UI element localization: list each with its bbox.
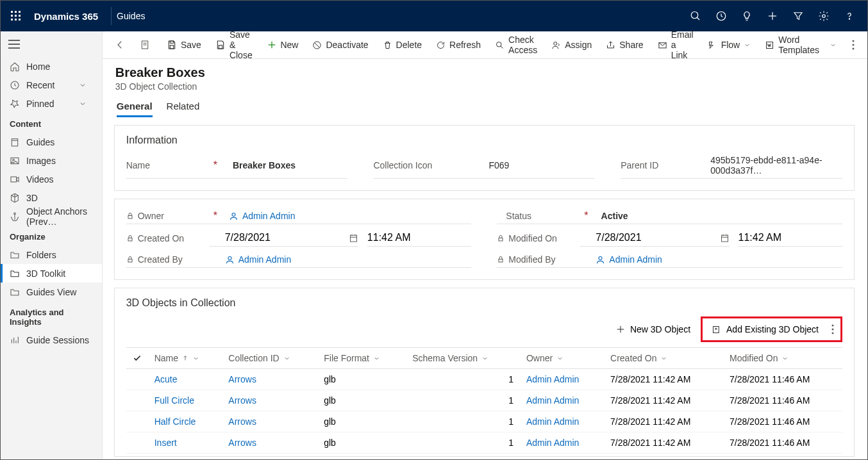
parent-id-value[interactable]: 495b5179-ebdd-e811-a94e-000d3a37f… [678, 152, 842, 178]
col-name[interactable]: Name [148, 348, 222, 369]
refresh-button[interactable]: Refresh [430, 35, 487, 55]
select-all-checkbox[interactable] [126, 348, 148, 369]
nav-recent[interactable]: Recent [1, 76, 102, 94]
nav-images[interactable]: Images [1, 151, 102, 170]
check-access-button[interactable]: Check Access [488, 35, 544, 55]
svg-rect-48 [128, 216, 132, 219]
divider [111, 7, 112, 25]
nav-home[interactable]: Home [1, 57, 102, 76]
table-row[interactable]: InsertArrowsglb1Admin Admin7/28/2021 11:… [126, 432, 842, 454]
lightbulb-icon[interactable] [734, 1, 760, 31]
email-link-button[interactable]: Email a Link [651, 35, 700, 55]
row-collection[interactable]: Arrows [228, 438, 256, 448]
section-information: Information [126, 135, 842, 146]
row-name[interactable]: Acute [154, 374, 178, 384]
row-collection[interactable]: Arrows [228, 374, 256, 384]
overflow-icon[interactable] [846, 35, 861, 55]
owner-value[interactable]: Admin Admin [217, 208, 471, 224]
new-3d-object-button[interactable]: New 3D Object [608, 318, 698, 340]
assistant-icon[interactable] [708, 1, 734, 31]
nav-folders[interactable]: Folders [1, 245, 102, 264]
table-row[interactable]: Half CircleArrowsglb1Admin Admin7/28/202… [126, 411, 842, 432]
nav-3d[interactable]: 3D [1, 188, 102, 207]
svg-point-15 [849, 19, 849, 19]
svg-rect-2 [19, 11, 21, 13]
created-on-label: Created On [138, 233, 184, 243]
filter-icon[interactable] [785, 1, 811, 31]
collection-icon-value[interactable]: F069 [456, 158, 595, 173]
nav-videos[interactable]: Videos [1, 170, 102, 188]
col-modified-on[interactable]: Modified On [723, 348, 842, 369]
brand-label[interactable]: Dynamics 365 [26, 11, 106, 22]
save-close-button[interactable]: Save & Close [209, 35, 260, 55]
row-created: 7/28/2021 11:42 AM [604, 390, 723, 411]
gear-icon[interactable] [811, 1, 837, 31]
row-collection[interactable]: Arrows [228, 395, 256, 406]
svg-point-14 [822, 15, 826, 18]
created-on-date[interactable]: 7/28/2021 [210, 229, 358, 247]
row-schema: 1 [406, 390, 520, 411]
search-icon[interactable] [683, 1, 708, 31]
subgrid-overflow-icon[interactable] [826, 318, 839, 340]
nav-pinned[interactable]: Pinned [1, 94, 102, 113]
chevron-down-icon [192, 355, 199, 362]
name-label: Name [126, 160, 150, 170]
app-launcher-icon[interactable] [6, 11, 26, 21]
row-collection[interactable]: Arrows [228, 416, 256, 427]
tab-general[interactable]: General [117, 101, 153, 117]
nav-guides-view[interactable]: Guides View [1, 283, 102, 301]
created-on-time[interactable]: 11:42 AM [367, 229, 472, 247]
entity-subtitle: 3D Object Collection [115, 81, 855, 92]
lock-icon [497, 256, 505, 263]
tab-related[interactable]: Related [167, 101, 200, 117]
row-name[interactable]: Insert [154, 438, 177, 448]
svg-point-9 [691, 12, 698, 19]
subgrid-table: Name Collection ID File Format Schema Ve… [126, 347, 842, 454]
nav-3d-toolkit[interactable]: 3D Toolkit [1, 264, 102, 283]
modified-on-date[interactable]: 7/28/2021 [580, 229, 729, 247]
help-icon[interactable] [837, 1, 862, 31]
flow-button[interactable]: Flow [701, 35, 758, 55]
col-created-on[interactable]: Created On [604, 348, 723, 369]
svg-line-10 [697, 17, 699, 20]
add-icon[interactable] [760, 1, 785, 31]
modified-on-time[interactable]: 11:42 AM [739, 229, 843, 247]
col-collection-id[interactable]: Collection ID [222, 348, 317, 369]
back-button[interactable] [109, 35, 132, 55]
col-schema-version[interactable]: Schema Version [406, 348, 520, 369]
col-file-format[interactable]: File Format [317, 348, 406, 369]
new-button[interactable]: New [261, 35, 305, 55]
name-value[interactable]: Breaker Boxes [217, 158, 348, 173]
svg-rect-8 [19, 19, 21, 21]
row-modified: 7/28/2021 11:46 AM [723, 390, 842, 411]
word-templates-button[interactable]: Word Templates [758, 35, 843, 55]
created-by-value[interactable]: Admin Admin [210, 252, 472, 267]
share-button[interactable]: Share [599, 35, 649, 55]
nav-object-anchors[interactable]: Object Anchors (Prev… [1, 207, 102, 226]
col-owner[interactable]: Owner [520, 348, 604, 369]
row-name[interactable]: Half Circle [154, 416, 196, 427]
row-name[interactable]: Full Circle [154, 395, 194, 406]
save-button[interactable]: Save [160, 35, 208, 55]
status-value[interactable]: Active [588, 208, 842, 224]
row-owner[interactable]: Admin Admin [526, 374, 579, 384]
form-selector-icon[interactable] [133, 35, 156, 55]
hamburger-icon[interactable] [8, 40, 20, 49]
modified-by-value[interactable]: Admin Admin [580, 252, 842, 267]
svg-point-61 [228, 256, 231, 259]
row-owner[interactable]: Admin Admin [526, 438, 579, 448]
add-existing-3d-object-button[interactable]: Add Existing 3D Object [704, 318, 826, 340]
nav-guide-sessions[interactable]: Guide Sessions [1, 331, 102, 349]
row-owner[interactable]: Admin Admin [526, 416, 579, 427]
table-row[interactable]: AcuteArrowsglb1Admin Admin7/28/2021 11:4… [126, 369, 842, 390]
chevron-down-icon [556, 355, 563, 362]
deactivate-button[interactable]: Deactivate [306, 35, 374, 55]
row-owner[interactable]: Admin Admin [526, 395, 579, 406]
assign-button[interactable]: Assign [545, 35, 598, 55]
nav-guides[interactable]: Guides [1, 133, 102, 151]
person-icon [225, 255, 235, 265]
delete-button[interactable]: Delete [376, 35, 428, 55]
table-row[interactable]: Full CircleArrowsglb1Admin Admin7/28/202… [126, 390, 842, 411]
row-format: glb [317, 369, 406, 390]
module-label[interactable]: Guides [117, 11, 145, 21]
